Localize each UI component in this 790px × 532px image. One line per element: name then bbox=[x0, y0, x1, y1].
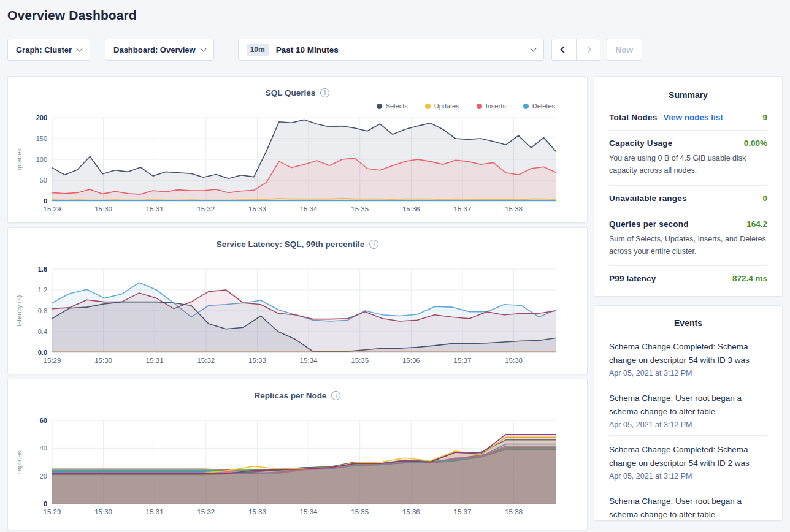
svg-text:replicas: replicas bbox=[15, 450, 23, 474]
svg-text:15:34: 15:34 bbox=[300, 357, 318, 364]
chart-title: Replicas per Node bbox=[255, 391, 327, 400]
svg-text:15:37: 15:37 bbox=[454, 205, 472, 213]
event-item: Schema Change: User root began a schema … bbox=[609, 487, 767, 521]
replicas-per-node-plot[interactable]: 15:2915:3015:3115:3215:3315:3415:3515:36… bbox=[14, 416, 581, 521]
time-back-button[interactable] bbox=[552, 39, 576, 60]
svg-text:15:29: 15:29 bbox=[44, 205, 61, 213]
summary-note: Sum of Selects, Updates, Inserts, and De… bbox=[609, 233, 767, 258]
svg-text:15:36: 15:36 bbox=[402, 508, 420, 515]
svg-text:150: 150 bbox=[36, 135, 47, 142]
svg-text:15:31: 15:31 bbox=[146, 357, 164, 364]
replicas-per-node-chart-body: 15:2915:3015:3115:3215:3315:3415:3515:36… bbox=[14, 416, 581, 521]
svg-text:15:33: 15:33 bbox=[248, 508, 266, 515]
page-title: Overview Dashboard bbox=[7, 8, 783, 23]
event-text: Schema Change: User root began a schema … bbox=[609, 495, 767, 521]
dashboard-dropdown[interactable]: Dashboard: Overview bbox=[105, 39, 214, 61]
event-text: Schema Change: User root began a schema … bbox=[609, 392, 767, 419]
event-item: Schema Change: User root began a schema … bbox=[609, 384, 767, 436]
svg-text:40: 40 bbox=[40, 444, 47, 452]
service-latency-plot[interactable]: 15:2915:3015:3115:3215:3315:3415:3515:36… bbox=[14, 264, 581, 370]
chevron-down-icon bbox=[200, 45, 206, 51]
overview-dashboard-page: Overview Dashboard Graph: Cluster Dashbo… bbox=[0, 8, 790, 530]
svg-text:15:30: 15:30 bbox=[94, 205, 112, 213]
legend-swatch bbox=[377, 104, 382, 109]
svg-text:15:31: 15:31 bbox=[146, 205, 164, 213]
chart-legend: SelectsUpdatesInsertsDeletes bbox=[14, 100, 581, 112]
svg-text:15:33: 15:33 bbox=[248, 357, 266, 364]
summary-row-total-nodes: Total Nodes View nodes list 9 bbox=[609, 105, 767, 131]
info-icon[interactable] bbox=[331, 391, 340, 400]
svg-text:15:29: 15:29 bbox=[44, 508, 61, 515]
chart-legend bbox=[14, 251, 581, 264]
legend-swatch bbox=[425, 104, 431, 109]
event-item: Schema Change Completed: Schema change o… bbox=[609, 333, 767, 384]
svg-text:15:36: 15:36 bbox=[402, 205, 420, 213]
summary-title: Summary bbox=[609, 90, 767, 100]
legend-swatch bbox=[477, 104, 482, 109]
summary-value: 0.00% bbox=[744, 139, 767, 148]
svg-text:0: 0 bbox=[44, 197, 47, 205]
replicas-per-node-chart-panel: Replicas per Node 15:2915:3015:3115:3215… bbox=[7, 379, 588, 530]
charts-column: SQL Queries SelectsUpdatesInsertsDeletes… bbox=[7, 76, 588, 530]
chevron-right-icon bbox=[585, 46, 591, 53]
svg-text:15:30: 15:30 bbox=[94, 357, 112, 364]
time-pager bbox=[551, 39, 600, 61]
svg-text:0: 0 bbox=[44, 500, 47, 507]
legend-item-selects: Selects bbox=[377, 102, 408, 110]
svg-text:15:35: 15:35 bbox=[351, 357, 369, 364]
summary-row-p99-latency: P99 latency 872.4 ms bbox=[609, 266, 767, 291]
view-nodes-list-link[interactable]: View nodes list bbox=[663, 113, 723, 122]
event-item: Schema Change Completed: Schema change o… bbox=[609, 436, 767, 487]
chart-header: SQL Queries bbox=[14, 85, 581, 100]
svg-text:15:38: 15:38 bbox=[505, 205, 523, 213]
sql-queries-plot[interactable]: 15:2915:3015:3115:3215:3315:3415:3515:36… bbox=[14, 113, 581, 218]
event-text: Schema Change Completed: Schema change o… bbox=[609, 443, 767, 470]
summary-value: 9 bbox=[762, 113, 767, 122]
event-text: Schema Change Completed: Schema change o… bbox=[609, 340, 767, 367]
summary-panel: Summary Total Nodes View nodes list 9 Ca… bbox=[594, 76, 783, 297]
event-timestamp: Apr 05, 2021 at 3:12 PM bbox=[609, 472, 767, 481]
svg-text:0.4: 0.4 bbox=[38, 328, 47, 335]
summary-label: P99 latency bbox=[609, 274, 656, 283]
legend-item-deletes: Deletes bbox=[523, 102, 555, 110]
time-forward-button[interactable] bbox=[576, 39, 600, 60]
graph-dropdown-label: Graph: Cluster bbox=[16, 45, 72, 55]
svg-text:15:36: 15:36 bbox=[402, 357, 420, 364]
svg-text:15:31: 15:31 bbox=[146, 508, 164, 515]
legend-item-updates: Updates bbox=[425, 102, 459, 110]
now-button[interactable]: Now bbox=[607, 39, 642, 61]
svg-text:200: 200 bbox=[36, 114, 47, 121]
summary-note: You are using 0 B of 4.5 GiB usable disk… bbox=[609, 152, 767, 177]
service-latency-chart-panel: Service Latency: SQL, 99th percentile 15… bbox=[7, 227, 588, 374]
svg-text:50: 50 bbox=[40, 177, 47, 184]
sidebar: Summary Total Nodes View nodes list 9 Ca… bbox=[594, 76, 783, 521]
summary-value: 164.2 bbox=[746, 219, 767, 229]
summary-label: Total Nodes bbox=[609, 113, 657, 122]
svg-text:0.8: 0.8 bbox=[38, 307, 47, 314]
time-window-picker[interactable]: 10m Past 10 Minutes bbox=[238, 39, 544, 61]
svg-text:1.2: 1.2 bbox=[38, 286, 47, 294]
svg-text:20: 20 bbox=[40, 473, 47, 480]
svg-text:100: 100 bbox=[36, 156, 47, 163]
summary-row-capacity-usage: Capacity Usage 0.00% You are using 0 B o… bbox=[609, 131, 767, 186]
svg-text:15:38: 15:38 bbox=[505, 508, 523, 515]
summary-label: Queries per second bbox=[609, 219, 689, 229]
legend-item-inserts: Inserts bbox=[477, 102, 506, 110]
dashboard-dropdown-label: Dashboard: Overview bbox=[113, 45, 196, 55]
graph-dropdown[interactable]: Graph: Cluster bbox=[7, 39, 90, 61]
svg-text:15:38: 15:38 bbox=[505, 357, 523, 364]
toolbar: Graph: Cluster Dashboard: Overview 10m P… bbox=[7, 39, 783, 61]
svg-text:15:32: 15:32 bbox=[197, 205, 215, 213]
svg-text:1.6: 1.6 bbox=[38, 265, 47, 273]
svg-text:latency (s): latency (s) bbox=[15, 295, 23, 327]
legend-swatch bbox=[523, 104, 529, 109]
info-icon[interactable] bbox=[369, 240, 378, 249]
events-panel: Events Schema Change Completed: Schema c… bbox=[594, 305, 783, 521]
svg-text:15:30: 15:30 bbox=[94, 508, 112, 515]
chart-legend bbox=[14, 403, 581, 415]
chevron-left-icon bbox=[561, 46, 567, 53]
chevron-down-icon bbox=[530, 45, 536, 51]
svg-text:60: 60 bbox=[40, 417, 47, 424]
svg-text:15:29: 15:29 bbox=[44, 357, 61, 364]
info-icon[interactable] bbox=[320, 88, 329, 97]
